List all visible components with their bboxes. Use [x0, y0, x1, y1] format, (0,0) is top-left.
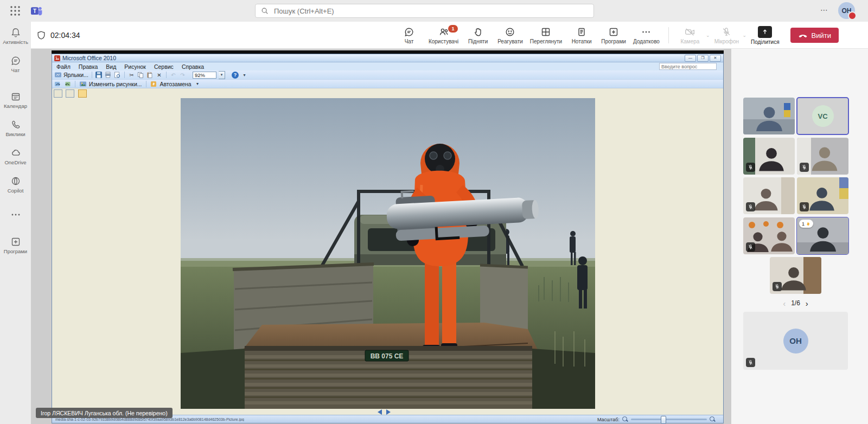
share-button[interactable]: Поділитися [748, 25, 782, 46]
sidebar-item-chat[interactable]: Чат [0, 50, 31, 78]
plus-square-icon [608, 27, 619, 37]
menu-help[interactable]: Справка [182, 63, 204, 70]
participant-tile[interactable] [797, 138, 848, 175]
question-input[interactable] [660, 64, 716, 69]
menu-edit[interactable]: Правка [79, 63, 98, 70]
page-prev-chevron[interactable]: ‹ [783, 299, 786, 308]
react-button[interactable]: Реагувати [495, 25, 526, 46]
search-input[interactable] [273, 7, 588, 16]
participant-tile[interactable] [743, 217, 795, 254]
menu-view[interactable]: Вид [106, 63, 116, 70]
office-toolbar-standard: Ярлыки... ✂ ✕ ↶ ↷ 92% ▾ ? ▾ [52, 70, 723, 80]
sidebar-item-calendar[interactable]: Календар [0, 86, 31, 114]
paste-icon[interactable] [146, 72, 154, 79]
sidebar-item-activity[interactable]: Активність [0, 22, 31, 50]
participant-tile[interactable] [770, 257, 821, 294]
rotate-left-icon[interactable] [54, 80, 61, 87]
raise-hand-button[interactable]: Підняти [463, 25, 493, 46]
redo-icon[interactable]: ↷ [179, 72, 186, 79]
smiley-icon [505, 27, 515, 37]
minimize-button[interactable]: — [685, 55, 696, 62]
sidebar-item-more[interactable] [0, 206, 31, 223]
chat-icon [404, 27, 414, 37]
topbar-more-button[interactable]: ⋯ [820, 5, 829, 14]
zoom-out-icon[interactable] [622, 416, 628, 422]
participant-tile[interactable] [797, 177, 848, 214]
app-launcher-icon[interactable] [9, 4, 22, 17]
camera-chevron[interactable]: ⌄ [706, 33, 710, 38]
search-bar[interactable] [255, 4, 594, 18]
delete-icon[interactable]: ✕ [156, 72, 163, 79]
ukraine-flag [784, 103, 790, 117]
page-next-chevron[interactable]: › [806, 299, 808, 308]
self-view-tile[interactable]: ОН [743, 312, 848, 370]
teams-app: T ⋯ ОН Активність Чат Календар [0, 0, 868, 424]
print-icon[interactable] [105, 72, 112, 79]
undo-icon[interactable]: ↶ [170, 72, 177, 79]
participant-tile[interactable] [743, 138, 795, 175]
menu-service[interactable]: Сервис [154, 63, 174, 70]
self-avatar: ОН [783, 329, 808, 354]
sidebar-item-onedrive[interactable]: OneDrive [0, 142, 31, 170]
hang-up-icon [798, 32, 808, 38]
restore-button[interactable]: ❐ [697, 55, 709, 62]
zoom-slider[interactable] [631, 419, 707, 420]
sidebar-label: Календар [4, 103, 27, 109]
cut-icon[interactable]: ✂ [128, 72, 135, 79]
edit-pictures-button[interactable]: Изменить рисунки... [89, 81, 142, 87]
notes-button[interactable]: Нотатки [566, 25, 597, 46]
next-picture-button[interactable] [386, 409, 391, 415]
plus-square-icon [10, 236, 21, 247]
participant-tile[interactable] [743, 177, 795, 214]
chat-button[interactable]: Чат [394, 25, 424, 46]
shield-icon [36, 30, 46, 40]
sidebar-item-calls[interactable]: Виклики [0, 114, 31, 142]
sidebar-label: Програми [4, 248, 27, 254]
sidebar-item-apps[interactable]: Програми [0, 231, 31, 259]
menu-file[interactable]: Файл [56, 63, 71, 70]
apps-button[interactable]: Програми [598, 25, 629, 46]
help-icon[interactable]: ? [232, 72, 239, 79]
button-label: Вийти [812, 31, 831, 40]
camera-button[interactable]: Камера [675, 25, 705, 46]
mic-muted-badge [746, 242, 755, 252]
save-icon[interactable] [95, 72, 103, 79]
toolbar2-overflow-icon[interactable]: ▾ [194, 80, 201, 87]
shortcuts-button[interactable]: Ярлыки... [63, 72, 88, 78]
zoom-in-icon[interactable] [710, 416, 716, 422]
print-preview-icon[interactable] [114, 72, 121, 79]
participant-tile-raised-hand[interactable]: 1 [797, 217, 848, 254]
zoom-dropdown-arrow[interactable]: ▾ [219, 71, 225, 79]
copy-icon[interactable] [137, 72, 144, 79]
view-button[interactable]: Переглянути [527, 25, 565, 46]
button-label: Камера [680, 38, 699, 44]
people-icon [438, 27, 449, 37]
camera-off-icon [684, 27, 696, 37]
participant-tile[interactable] [743, 98, 795, 134]
mic-muted-badge [746, 163, 755, 172]
sidebar-item-copilot[interactable]: Copilot [0, 170, 31, 198]
participants-button[interactable]: 1 Користувачі [426, 25, 461, 46]
close-button[interactable]: ✕ [710, 55, 721, 62]
mic-chevron[interactable]: ⌄ [742, 33, 746, 38]
previous-picture-button[interactable] [378, 409, 382, 415]
phone-icon [10, 119, 21, 130]
avatar[interactable]: ОН [838, 2, 855, 19]
rotate-right-icon[interactable] [64, 80, 71, 87]
notes-icon [576, 27, 587, 37]
more-button[interactable]: Додатково [630, 25, 662, 46]
toolbar-overflow-icon[interactable]: ▾ [241, 72, 248, 79]
zoom-slider-thumb[interactable] [661, 416, 666, 424]
menu-picture[interactable]: Рисунок [124, 63, 146, 70]
thumbnail-view-button[interactable] [54, 89, 62, 98]
single-view-button[interactable] [78, 89, 87, 98]
leave-button[interactable]: Вийти [790, 28, 839, 43]
participant-tile-vc[interactable]: VC [797, 98, 848, 134]
question-box[interactable] [659, 63, 717, 70]
filmstrip-view-button[interactable] [66, 89, 74, 98]
mic-button[interactable]: Мікрофон [711, 25, 742, 46]
button-label: Мікрофон [714, 38, 739, 44]
raised-hand-badge: 1 [799, 220, 813, 228]
autocorrect-button[interactable]: Автозамена [160, 81, 192, 87]
zoom-combobox[interactable]: 92% [193, 72, 216, 79]
